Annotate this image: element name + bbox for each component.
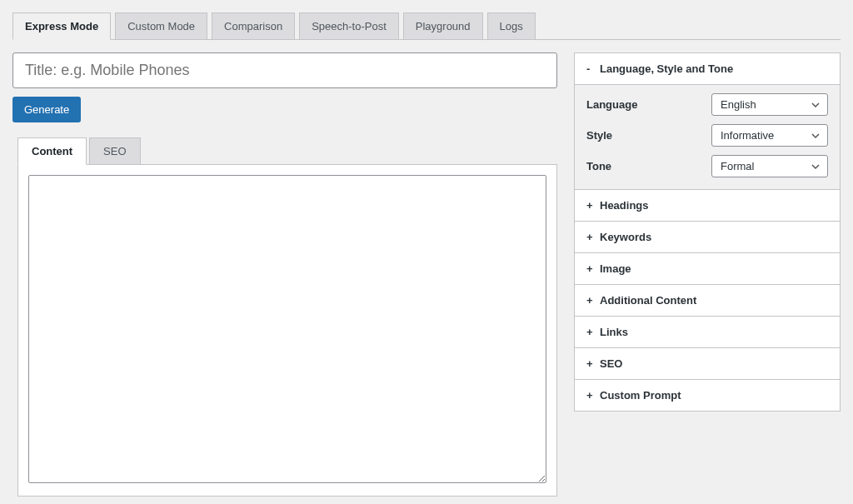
acc-headings: + Headings (575, 190, 840, 222)
acc-links: + Links (575, 317, 840, 348)
plus-icon: + (586, 357, 595, 370)
tab-custom-mode[interactable]: Custom Mode (115, 12, 207, 39)
acc-title: Language, Style and Tone (600, 62, 733, 75)
inner-tab-bar: Content SEO (17, 137, 557, 165)
label-language: Language (586, 98, 711, 111)
acc-header-image[interactable]: + Image (575, 253, 840, 284)
acc-title: SEO (600, 357, 622, 370)
content-panel (17, 165, 557, 497)
acc-header-keywords[interactable]: + Keywords (575, 222, 840, 252)
acc-title: Links (600, 326, 628, 338)
label-tone: Tone (586, 160, 711, 172)
select-style[interactable]: Informative (711, 124, 828, 147)
acc-seo: + SEO (575, 348, 840, 380)
settings-accordion: - Language, Style and Tone Language Engl… (574, 52, 841, 412)
generate-button[interactable]: Generate (12, 97, 81, 122)
acc-header-additional-content[interactable]: + Additional Content (575, 285, 840, 316)
acc-header-custom-prompt[interactable]: + Custom Prompt (575, 380, 840, 411)
tab-express-mode[interactable]: Express Mode (12, 12, 111, 40)
plus-icon: + (586, 326, 595, 338)
acc-header-links[interactable]: + Links (575, 317, 840, 347)
plus-icon: + (586, 199, 595, 212)
tab-logs[interactable]: Logs (487, 12, 536, 39)
acc-title: Image (600, 262, 631, 275)
tab-comparison[interactable]: Comparison (212, 12, 295, 39)
acc-header-seo[interactable]: + SEO (575, 348, 840, 379)
tab-seo[interactable]: SEO (89, 137, 140, 164)
tab-playground[interactable]: Playground (403, 12, 483, 39)
acc-title: Additional Content (600, 294, 696, 307)
tab-speech-to-post[interactable]: Speech-to-Post (299, 12, 399, 39)
acc-image: + Image (575, 253, 840, 285)
acc-header-headings[interactable]: + Headings (575, 190, 840, 221)
label-style: Style (586, 129, 711, 142)
plus-icon: + (586, 231, 595, 243)
select-language[interactable]: English (711, 93, 828, 116)
acc-custom-prompt: + Custom Prompt (575, 380, 840, 411)
minus-icon: - (586, 62, 595, 75)
acc-title: Keywords (600, 231, 651, 243)
acc-title: Custom Prompt (600, 389, 681, 402)
acc-body-language-style-tone: Language English Style Informative Tone (575, 84, 840, 189)
acc-language-style-tone: - Language, Style and Tone Language Engl… (575, 53, 840, 190)
content-textarea[interactable] (28, 175, 546, 483)
acc-header-language-style-tone[interactable]: - Language, Style and Tone (575, 53, 840, 84)
top-tab-bar: Express Mode Custom Mode Comparison Spee… (12, 12, 841, 40)
acc-title: Headings (600, 199, 649, 212)
acc-keywords: + Keywords (575, 222, 840, 253)
title-input[interactable] (12, 52, 557, 88)
tab-content[interactable]: Content (17, 137, 87, 165)
plus-icon: + (586, 262, 595, 275)
plus-icon: + (586, 389, 595, 402)
select-tone[interactable]: Formal (711, 155, 828, 177)
plus-icon: + (586, 294, 595, 307)
acc-additional-content: + Additional Content (575, 285, 840, 317)
